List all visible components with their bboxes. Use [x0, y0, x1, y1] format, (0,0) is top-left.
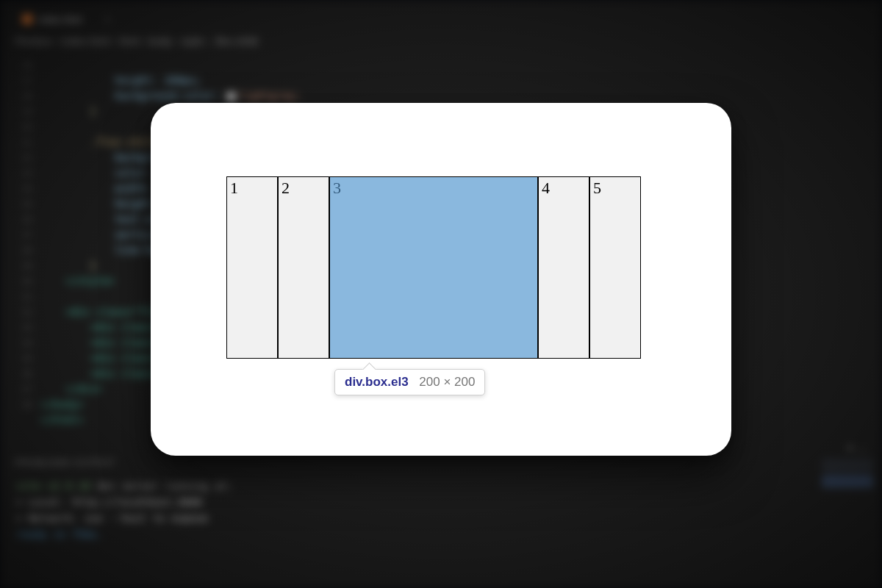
flex-box-5[interactable]: 5	[589, 177, 640, 358]
terminal-list	[822, 456, 873, 500]
flex-container: 1 2 3 4 5	[226, 176, 641, 359]
flex-box-2[interactable]: 2	[278, 177, 329, 358]
preview-card: 1 2 3 4 5 div.box.el3 200 × 200	[151, 103, 731, 456]
new-terminal-icon[interactable]: + …	[847, 441, 867, 453]
element-inspector-tooltip: div.box.el3 200 × 200	[334, 369, 485, 395]
close-icon[interactable]: ×	[104, 14, 110, 25]
color-swatch-icon	[226, 92, 236, 101]
editor-tab[interactable]: index.html ×	[15, 6, 118, 31]
terminal-list-item[interactable]	[822, 475, 873, 488]
flex-box-1[interactable]: 1	[227, 177, 278, 358]
breadcrumb[interactable]: Flexbox › index.html › html › body › sty…	[15, 35, 258, 47]
panel-tabs[interactable]: PROBLEMS OUTPUT	[15, 457, 115, 468]
flex-box-3-selected[interactable]: 3	[329, 177, 538, 358]
terminal-list-item[interactable]	[822, 459, 873, 472]
inspector-dimensions: 200 × 200	[419, 375, 475, 389]
html-file-icon	[22, 14, 32, 24]
flex-box-4[interactable]: 4	[538, 177, 589, 358]
terminal-output[interactable]: vite v2.9.10 dev server running at: > Lo…	[16, 478, 233, 542]
line-number-gutter: 16 17 18 19 20 21 22 23 24 25 26 27 28 2…	[15, 57, 32, 412]
tab-filename: index.html	[38, 14, 82, 25]
inspector-selector: div.box.el3	[345, 375, 409, 389]
